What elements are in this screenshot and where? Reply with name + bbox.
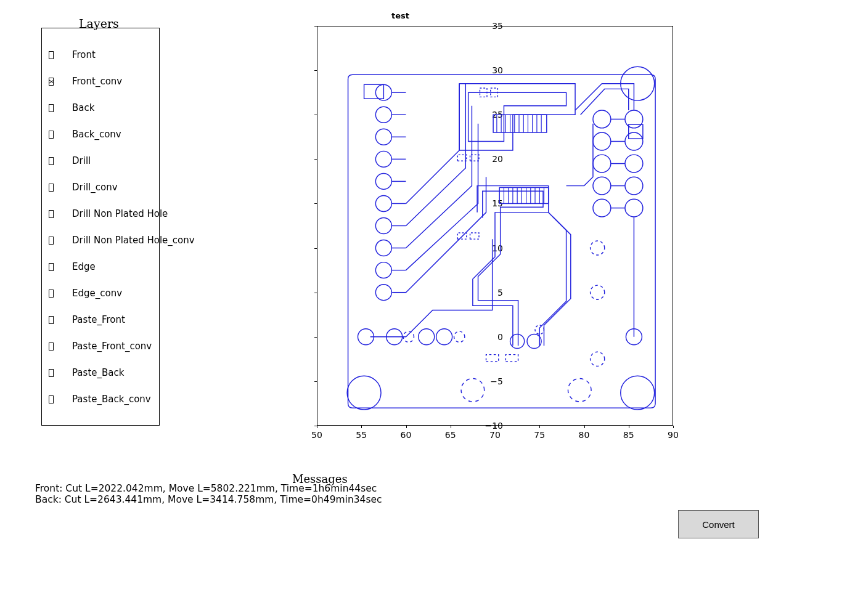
layer-label: Front_conv xyxy=(72,76,122,87)
layer-row-edge-conv: Edge_conv xyxy=(45,288,261,299)
svg-point-48 xyxy=(593,155,611,172)
layer-row-paste-back: Paste_Back xyxy=(45,367,261,378)
x-tick-label: 50 xyxy=(311,430,322,440)
svg-point-56 xyxy=(591,285,605,299)
layer-checkbox[interactable] xyxy=(49,316,54,324)
x-tick-mark xyxy=(629,426,629,428)
x-tick-mark xyxy=(673,426,674,428)
layer-label: Front xyxy=(72,49,96,60)
svg-point-1 xyxy=(621,376,655,410)
svg-point-52 xyxy=(593,199,611,217)
messages-body: Front: Cut L=2022.042mm, Move L=5802.221… xyxy=(35,484,382,506)
svg-point-6 xyxy=(375,107,391,123)
svg-rect-68 xyxy=(470,233,479,239)
layer-label: Paste_Front_conv xyxy=(72,341,152,352)
layer-checkbox[interactable] xyxy=(49,78,54,86)
svg-point-9 xyxy=(375,173,391,189)
x-tick-mark xyxy=(317,426,317,428)
svg-rect-64 xyxy=(505,355,518,362)
svg-point-50 xyxy=(593,177,611,195)
layer-label: Edge_conv xyxy=(72,288,122,299)
svg-point-58 xyxy=(461,379,485,402)
svg-rect-3 xyxy=(364,84,384,99)
svg-point-47 xyxy=(625,132,643,150)
x-tick-label: 85 xyxy=(623,430,634,440)
layer-label: Back xyxy=(72,102,94,113)
layer-row-paste-front-conv: Paste_Front_conv xyxy=(45,341,261,352)
svg-point-12 xyxy=(375,240,391,256)
layer-label: Drill_conv xyxy=(72,182,118,193)
x-tick-label: 70 xyxy=(489,430,501,440)
svg-point-55 xyxy=(591,241,605,255)
layer-checkbox[interactable] xyxy=(49,104,54,112)
layer-checkbox[interactable] xyxy=(49,51,54,59)
svg-point-7 xyxy=(375,129,391,145)
layer-label: Drill Non Plated Hole xyxy=(72,208,168,219)
svg-point-20 xyxy=(454,331,465,342)
pcb-plot xyxy=(317,26,673,426)
layer-checkbox[interactable] xyxy=(49,395,54,403)
layers-panel xyxy=(41,28,160,426)
layer-label: Paste_Front xyxy=(72,314,125,325)
svg-point-10 xyxy=(375,195,391,211)
x-tick-mark xyxy=(406,426,407,428)
layer-row-paste-back-conv: Paste_Back_conv xyxy=(45,394,261,405)
layer-checkbox[interactable] xyxy=(49,369,54,377)
layer-row-edge: Edge xyxy=(45,261,261,272)
x-tick-label: 60 xyxy=(401,430,412,440)
x-tick-mark xyxy=(451,426,451,428)
svg-rect-63 xyxy=(486,355,499,362)
x-tick-label: 55 xyxy=(356,430,367,440)
svg-point-57 xyxy=(591,352,605,366)
layer-checkbox[interactable] xyxy=(49,237,54,245)
x-tick-mark xyxy=(584,426,585,428)
svg-point-8 xyxy=(375,151,391,167)
x-tick-label: 90 xyxy=(668,430,679,440)
svg-point-60 xyxy=(510,334,525,348)
layer-label: Drill xyxy=(72,155,91,166)
x-tick-mark xyxy=(539,426,540,428)
layer-label: Back_conv xyxy=(72,129,121,140)
layer-checkbox[interactable] xyxy=(49,131,54,139)
x-tick-mark xyxy=(361,426,362,428)
layer-row-front-conv: Front_conv xyxy=(45,76,261,87)
layer-row-back: Back xyxy=(45,102,261,113)
svg-rect-33 xyxy=(499,187,548,203)
svg-point-49 xyxy=(625,155,643,172)
layer-row-drill-non-plated-hole-conv: Drill Non Plated Hole_conv xyxy=(45,235,261,246)
svg-point-59 xyxy=(568,379,591,402)
layer-label: Paste_Back xyxy=(72,367,124,378)
layer-label: Edge xyxy=(72,261,96,272)
svg-point-0 xyxy=(347,376,381,410)
svg-point-13 xyxy=(375,262,391,278)
svg-point-51 xyxy=(625,177,643,195)
svg-point-53 xyxy=(625,199,643,217)
plot-title: test xyxy=(391,11,409,20)
layer-row-drill-conv: Drill_conv xyxy=(45,182,261,193)
layer-label: Drill Non Plated Hole_conv xyxy=(72,235,195,246)
layer-checkbox[interactable] xyxy=(49,184,54,192)
layer-checkbox[interactable] xyxy=(49,290,54,298)
layer-label: Paste_Back_conv xyxy=(72,394,151,405)
convert-button[interactable]: Convert xyxy=(678,510,759,538)
svg-point-44 xyxy=(593,110,611,128)
layer-row-back-conv: Back_conv xyxy=(45,129,261,140)
layer-checkbox[interactable] xyxy=(49,210,54,218)
x-tick-mark xyxy=(495,426,496,428)
layer-checkbox[interactable] xyxy=(49,342,54,351)
svg-point-14 xyxy=(375,285,391,301)
layer-row-front: Front xyxy=(45,49,261,60)
layer-row-drill: Drill xyxy=(45,155,261,166)
x-tick-label: 75 xyxy=(534,430,545,440)
svg-point-45 xyxy=(625,110,643,128)
svg-point-11 xyxy=(375,218,391,234)
svg-rect-4 xyxy=(629,124,643,139)
x-tick-label: 65 xyxy=(445,430,456,440)
svg-point-18 xyxy=(419,329,435,345)
layer-row-paste-front: Paste_Front xyxy=(45,314,261,325)
layer-row-drill-non-plated-hole: Drill Non Plated Hole xyxy=(45,208,261,219)
svg-point-19 xyxy=(436,329,452,345)
x-tick-label: 80 xyxy=(579,430,590,440)
layer-checkbox[interactable] xyxy=(49,157,54,165)
layer-checkbox[interactable] xyxy=(49,263,54,271)
